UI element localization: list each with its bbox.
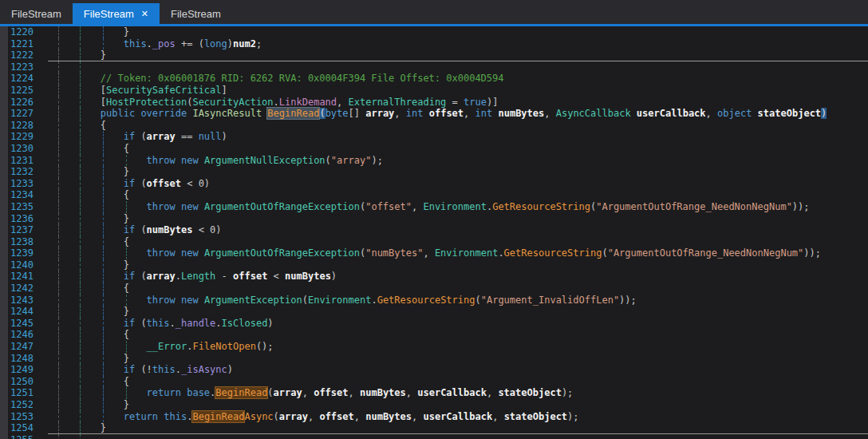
code-line[interactable]: 1252 } [0, 399, 868, 411]
code-text: throw new ArgumentException(Environment.… [54, 295, 637, 307]
code-line[interactable]: 1229 if (array == null) [0, 131, 868, 143]
code-line[interactable]: 1227 public override IAsyncResult BeginR… [0, 108, 868, 120]
code-text: return base.BeginRead(array, offset, num… [54, 387, 573, 399]
code-line[interactable]: 1239 throw new ArgumentOutOfRangeExcepti… [0, 247, 868, 259]
code-line[interactable]: 1240 } [0, 259, 868, 271]
highlighted-reference[interactable]: BeginRead [267, 108, 319, 119]
code-line[interactable]: 1222 } [0, 49, 868, 61]
code-line[interactable]: 1242 { [0, 283, 868, 295]
code-viewer-window: FileStream FileStream ✕ FileStream 1220 … [0, 0, 868, 439]
line-number: 1248 [10, 353, 34, 365]
code-line[interactable]: 1245 if (this._handle.IsClosed) [0, 318, 868, 330]
code-text: throw new ArgumentOutOfRangeException("o… [54, 201, 810, 213]
line-number: 1239 [10, 247, 34, 259]
code-line[interactable]: 1254 } [0, 422, 868, 434]
code-line[interactable]: 1246 { [0, 329, 868, 341]
code-line[interactable]: 1234 { [0, 189, 868, 201]
code-line[interactable]: 1224 // Token: 0x06001876 RID: 6262 RVA:… [0, 73, 868, 85]
line-number: 1250 [10, 376, 34, 388]
line-number: 1232 [10, 166, 34, 178]
line-number: 1240 [10, 259, 34, 271]
code-line[interactable]: 1231 throw new ArgumentNullException("ar… [0, 155, 868, 167]
code-text: [HostProtection(SecurityAction.LinkDeman… [54, 97, 498, 109]
line-number: 1237 [10, 224, 34, 236]
close-icon[interactable]: ✕ [141, 9, 148, 19]
code-text: throw new ArgumentOutOfRangeException("n… [54, 247, 821, 259]
code-text: { [54, 329, 129, 341]
line-number: 1236 [10, 213, 34, 225]
code-line[interactable]: 1233 if (offset < 0) [0, 178, 868, 190]
code-text: if (array == null) [54, 131, 227, 143]
code-text: [SecuritySafeCritical] [54, 85, 227, 97]
code-line[interactable]: 1235 throw new ArgumentOutOfRangeExcepti… [0, 201, 868, 213]
tab-label: FileStream [84, 8, 134, 20]
tab-filestream-1[interactable]: FileStream [0, 3, 73, 24]
code-line[interactable]: 1243 throw new ArgumentException(Environ… [0, 295, 868, 307]
code-text: if (numBytes < 0) [54, 224, 222, 236]
code-text: } [54, 306, 129, 318]
line-number: 1221 [10, 38, 34, 50]
code-text: } [54, 422, 106, 434]
code-line[interactable]: 1244 } [0, 306, 868, 318]
code-line[interactable]: 1241 if (array.Length - offset < numByte… [0, 271, 868, 283]
line-number: 1255 [10, 434, 34, 439]
tab-bar: FileStream FileStream ✕ FileStream [0, 0, 868, 24]
line-number: 1253 [10, 411, 34, 423]
line-number: 1233 [10, 178, 34, 190]
line-number: 1229 [10, 131, 34, 143]
code-text: __Error.FileNotOpen(); [54, 341, 274, 353]
code-line[interactable]: 1247 __Error.FileNotOpen(); [0, 341, 868, 353]
code-line[interactable]: 1221 this._pos += (long)num2; [0, 38, 868, 50]
code-text: public override IAsyncResult BeginRead(b… [54, 108, 827, 120]
line-number: 1226 [10, 97, 34, 109]
code-line[interactable]: 1249 if (!this._isAsync) [0, 364, 868, 376]
line-number: 1254 [10, 422, 34, 434]
code-text: { [54, 236, 129, 248]
line-number: 1241 [10, 271, 34, 283]
line-number: 1244 [10, 306, 34, 318]
code-text: // Token: 0x06001876 RID: 6262 RVA: 0x00… [54, 73, 504, 85]
code-text: { [54, 120, 106, 132]
line-number: 1223 [10, 61, 34, 73]
code-text: if (array.Length - offset < numBytes) [54, 271, 337, 283]
code-lines: 1220 }1221 this._pos += (long)num2;1222 … [0, 26, 868, 439]
code-line[interactable]: 1220 } [0, 26, 868, 38]
line-number: 1245 [10, 318, 34, 330]
code-line[interactable]: 1232 } [0, 166, 868, 178]
code-line[interactable]: 1223 [0, 61, 868, 73]
code-line[interactable]: 1228 { [0, 120, 868, 132]
code-text: { [54, 143, 129, 155]
code-line[interactable]: 1250 { [0, 376, 868, 388]
code-line[interactable]: 1237 if (numBytes < 0) [0, 224, 868, 236]
code-text: } [54, 353, 129, 365]
indent-guide [80, 434, 81, 439]
code-editor[interactable]: 1220 }1221 this._pos += (long)num2;1222 … [0, 26, 868, 439]
code-line[interactable]: 1253 return this.BeginReadAsync(array, o… [0, 411, 868, 423]
code-line[interactable]: 1225 [SecuritySafeCritical] [0, 85, 868, 97]
code-line[interactable]: 1248 } [0, 353, 868, 365]
line-number: 1252 [10, 399, 34, 411]
code-line[interactable]: 1226 [HostProtection(SecurityAction.Link… [0, 97, 868, 109]
line-number: 1243 [10, 295, 34, 307]
code-line[interactable]: 1251 return base.BeginRead(array, offset… [0, 387, 868, 399]
indent-guide [80, 61, 81, 73]
code-text: } [54, 399, 129, 411]
line-number: 1242 [10, 283, 34, 295]
tab-filestream-3[interactable]: FileStream [160, 3, 232, 24]
line-number: 1251 [10, 387, 34, 399]
tab-filestream-2-active[interactable]: FileStream ✕ [73, 3, 160, 24]
code-text: { [54, 189, 129, 201]
highlighted-reference[interactable]: BeginRead [215, 387, 267, 398]
indent-guide [58, 434, 59, 439]
line-number: 1225 [10, 85, 34, 97]
indent-guide [58, 61, 59, 73]
code-line[interactable]: 1230 { [0, 143, 868, 155]
tab-label: FileStream [171, 8, 221, 20]
code-line[interactable]: 1238 { [0, 236, 868, 248]
highlighted-reference[interactable]: BeginRead [192, 411, 244, 422]
line-number: 1230 [10, 143, 34, 155]
line-number: 1224 [10, 73, 34, 85]
code-text: this._pos += (long)num2; [54, 38, 262, 50]
code-line[interactable]: 1236 } [0, 213, 868, 225]
code-line[interactable]: 1255 [0, 434, 868, 439]
